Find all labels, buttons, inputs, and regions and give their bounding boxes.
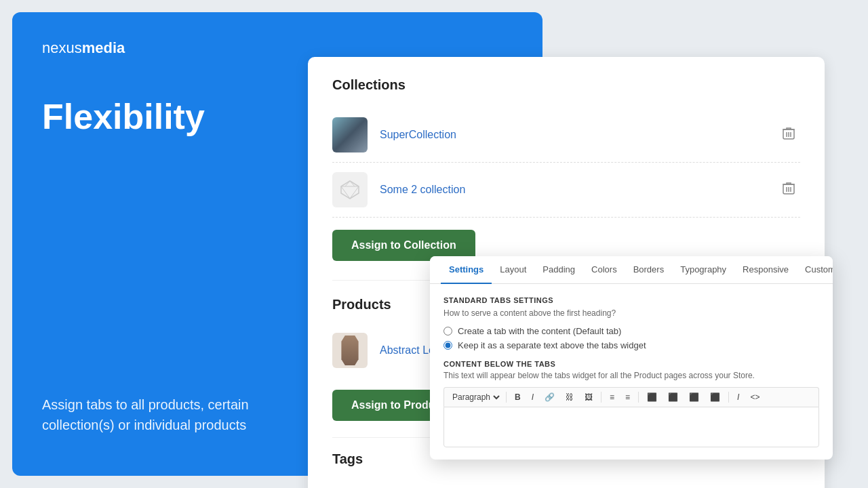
svg-line-9	[341, 186, 350, 199]
delete-collection-1-button[interactable]	[777, 124, 800, 146]
italic2-button[interactable]: I	[733, 390, 743, 404]
toolbar-divider-4	[728, 392, 729, 403]
code-button[interactable]: <>	[746, 390, 764, 404]
logo-light: nexus	[42, 39, 82, 56]
align-left-button[interactable]: ⬛	[643, 390, 661, 404]
editor-area[interactable]	[443, 407, 819, 447]
trash-icon	[783, 127, 795, 140]
tab-padding[interactable]: Padding	[534, 256, 583, 284]
align-center-button[interactable]: ⬛	[664, 390, 682, 404]
content-below-desc: This text will appear below the tabs wid…	[443, 371, 819, 380]
diamond-icon	[340, 180, 360, 200]
logo-bold: media	[82, 39, 125, 56]
popup-body: STANDARD TABS SETTINGS How to serve a co…	[430, 284, 833, 460]
standard-tabs-desc: How to serve a content above the first h…	[443, 308, 819, 318]
collections-title: Collections	[332, 77, 800, 93]
content-below-title: CONTENT BELOW THE TABS	[443, 360, 819, 368]
product-figure	[338, 336, 362, 365]
trash-icon-2	[783, 182, 795, 195]
bold-button[interactable]: B	[511, 390, 525, 404]
radio-option-1[interactable]: Create a tab with the content (Default t…	[443, 326, 819, 336]
collection-name-2: Some 2 collection	[380, 184, 777, 196]
tab-borders[interactable]: Borders	[625, 256, 673, 284]
collection-thumb-2	[332, 172, 368, 207]
unlink-button[interactable]: ⛓	[561, 390, 578, 404]
collection-name-1: SuperCollection	[380, 129, 777, 141]
link-button[interactable]: 🔗	[540, 390, 559, 404]
toolbar-divider-1	[506, 392, 507, 403]
tab-typography[interactable]: Typography	[672, 256, 734, 284]
settings-popup: Settings Layout Padding Colors Borders T…	[430, 256, 833, 460]
radio-default-tab[interactable]	[443, 327, 452, 336]
toolbar-divider-2	[601, 392, 601, 403]
product-thumb-1	[332, 333, 368, 368]
thumb-landscape-img	[332, 117, 368, 152]
settings-tabs-nav: Settings Layout Padding Colors Borders T…	[430, 256, 833, 284]
radio-label-1: Create a tab with the content (Default t…	[458, 326, 621, 336]
svg-line-10	[350, 186, 359, 199]
logo: nexusmedia	[42, 39, 513, 57]
tab-settings[interactable]: Settings	[441, 256, 492, 284]
tab-layout[interactable]: Layout	[492, 256, 534, 284]
collection-item-2: Some 2 collection	[332, 163, 800, 218]
ol-button[interactable]: ≡	[621, 390, 634, 404]
align-right-button[interactable]: ⬛	[685, 390, 703, 404]
thumb-diamond-img	[332, 172, 368, 207]
image-button[interactable]: 🖼	[580, 390, 597, 404]
radio-separate-text[interactable]	[443, 341, 452, 350]
ul-button[interactable]: ≡	[606, 390, 618, 404]
collection-item-1: SuperCollection	[332, 108, 800, 163]
tab-responsive[interactable]: Responsive	[734, 256, 797, 284]
radio-option-2[interactable]: Keep it as a separate text above the tab…	[443, 340, 819, 350]
align-justify-button[interactable]: ⬛	[706, 390, 724, 404]
hero-description: Assign tabs to all products, certain col…	[42, 394, 259, 435]
radio-label-2: Keep it as a separate text above the tab…	[458, 340, 646, 350]
format-select[interactable]: Paragraph	[450, 392, 502, 403]
tab-custom-css[interactable]: Custom CSS	[797, 256, 833, 284]
editor-toolbar: Paragraph B I 🔗 ⛓ 🖼 ≡ ≡ ⬛ ⬛ ⬛ ⬛ I <>	[443, 387, 819, 407]
collection-thumb-1	[332, 117, 368, 152]
standard-tabs-title: STANDARD TABS SETTINGS	[443, 296, 819, 304]
delete-collection-2-button[interactable]	[777, 179, 800, 201]
tab-colors[interactable]: Colors	[583, 256, 625, 284]
toolbar-divider-3	[638, 392, 639, 403]
italic-button[interactable]: I	[528, 390, 538, 404]
